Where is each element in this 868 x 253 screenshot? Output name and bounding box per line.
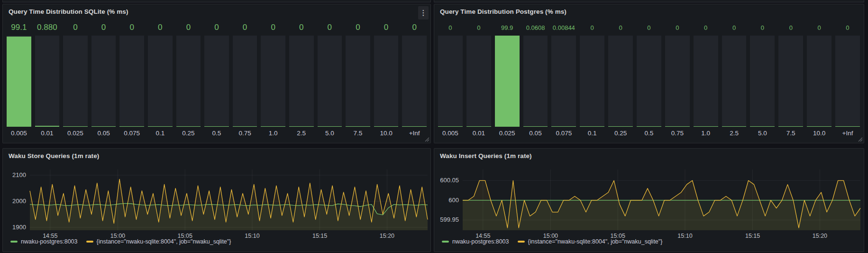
store-queries-plot: 21002000190014:5515:0015:0515:1015:1515:… <box>3 149 430 252</box>
bar-gauge-column: 01.0 <box>694 19 718 139</box>
bar-gauge-column: 00.5 <box>204 19 229 139</box>
bar-gauge-column: 00.25 <box>608 19 633 139</box>
bar-fill <box>665 126 690 127</box>
bar-category-label: 0.05 <box>91 127 116 139</box>
bar-value-label: 0 <box>438 19 463 36</box>
bar-track <box>204 36 229 127</box>
bar-category-label: 0.5 <box>637 127 661 139</box>
bar-gauge-column: 02.5 <box>289 19 314 139</box>
bar-track <box>665 36 690 127</box>
bar-track <box>438 36 463 127</box>
bar-category-label: 0.25 <box>176 127 201 139</box>
bar-gauge-column: 99.90.025 <box>495 19 520 139</box>
bar-gauge-column: 00.75 <box>665 19 690 139</box>
bar-value-label: 0 <box>835 19 860 36</box>
legend-label: nwaku-postgres:8003 <box>452 238 509 245</box>
bar-gauge-column: 00.01 <box>466 19 491 139</box>
legend-item[interactable]: {instance="nwaku-sqlite:8004", job="nwak… <box>86 238 231 245</box>
bar-category-label: 10.0 <box>374 127 399 139</box>
bar-value-label: 99.9 <box>495 19 520 36</box>
bar-value-label: 0 <box>750 19 775 36</box>
bar-value-label: 0 <box>402 19 427 36</box>
bar-fill <box>233 126 257 127</box>
bar-gauge-column: 0+Inf <box>402 19 427 139</box>
bar-gauge-sqlite: 99.10.0050.8800.0100.02500.0500.07500.10… <box>7 19 427 139</box>
previous-row-panel-edge <box>2 0 431 2</box>
bar-category-label: 0.5 <box>204 127 229 139</box>
legend-item[interactable]: nwaku-postgres:8003 <box>442 238 509 245</box>
legend-item[interactable]: {instance="nwaku-sqlite:8004", job="nwak… <box>518 238 663 245</box>
bar-value-label: 0 <box>261 19 285 36</box>
kebab-menu-icon[interactable]: ⋮ <box>418 6 429 19</box>
bar-gauge-postgres: 00.00500.0199.90.0250.06080.050.008440.0… <box>438 19 860 139</box>
bar-fill <box>402 126 427 127</box>
y-axis-tick-label: 599.95 <box>440 216 459 223</box>
bar-category-label: 0.005 <box>438 127 463 139</box>
panel-resize-handle[interactable] <box>425 137 429 142</box>
bar-gauge-column: 00.5 <box>637 19 661 139</box>
bar-fill <box>261 126 285 127</box>
bar-category-label: 0.25 <box>608 127 633 139</box>
bar-category-label: 0.075 <box>551 127 576 139</box>
bar-category-label: 0.1 <box>580 127 604 139</box>
bar-gauge-column: 07.5 <box>778 19 803 139</box>
bar-value-label: 0 <box>778 19 803 36</box>
bar-category-label: 0.1 <box>148 127 173 139</box>
bar-value-label: 0 <box>580 19 604 36</box>
bar-fill <box>119 126 144 127</box>
bar-fill <box>608 126 633 127</box>
bar-track <box>807 36 831 127</box>
bar-category-label: 0.025 <box>63 127 88 139</box>
bar-category-label: +Inf <box>402 127 427 139</box>
y-axis-tick-label: 2100 <box>12 171 26 178</box>
insert-queries-plot: 600.05600599.9514:5515:0015:0515:1015:15… <box>434 149 864 252</box>
bar-category-label: 5.0 <box>318 127 342 139</box>
bar-fill <box>523 126 548 127</box>
x-axis-tick-label: 15:20 <box>813 233 827 239</box>
bar-category-label: 0.01 <box>35 127 60 139</box>
bar-category-label: 1.0 <box>694 127 718 139</box>
dashboard: { "colors": { "green": "#73BF69", "yello… <box>0 0 868 253</box>
bar-value-label: 0 <box>233 19 257 36</box>
panel-header: Query Time Distribution SQLite (% ms) ⋮ <box>3 4 430 19</box>
bar-value-label: 0 <box>807 19 831 36</box>
bar-fill <box>807 126 831 127</box>
bar-track <box>346 36 370 127</box>
bar-fill <box>374 126 399 127</box>
legend-label: {instance="nwaku-sqlite:8004", job="nwak… <box>528 238 663 245</box>
bar-category-label: 7.5 <box>346 127 370 139</box>
bar-fill <box>637 126 661 127</box>
bar-fill <box>318 126 342 127</box>
bar-gauge-column: 0.8800.01 <box>35 19 60 139</box>
bar-value-label: 0 <box>289 19 314 36</box>
panel-header: Query Time Distribution Postgres (% ms) <box>434 4 864 19</box>
time-series-canvas: 600.05600599.9514:5515:0015:0515:1015:15… <box>434 149 864 252</box>
bar-value-label: 0 <box>637 19 661 36</box>
bar-track <box>523 36 548 127</box>
legend-item[interactable]: nwaku-postgres:8003 <box>10 238 78 245</box>
legend-swatch-icon <box>86 241 93 243</box>
bar-track <box>119 36 144 127</box>
bar-track <box>551 36 576 127</box>
bar-category-label: +Inf <box>835 127 860 139</box>
bar-category-label: 10.0 <box>807 127 831 139</box>
bar-gauge-column: 07.5 <box>346 19 370 139</box>
panel-resize-handle[interactable] <box>858 137 863 142</box>
panel-title[interactable]: Query Time Distribution Postgres (% ms) <box>440 8 566 15</box>
bar-fill <box>438 126 463 127</box>
bar-value-label: 0.0608 <box>523 19 548 36</box>
bar-value-label: 99.1 <box>7 19 31 36</box>
bar-track <box>233 36 257 127</box>
bar-fill <box>204 126 229 127</box>
bar-track <box>608 36 633 127</box>
bar-category-label: 1.0 <box>261 127 285 139</box>
bar-track <box>694 36 718 127</box>
bar-track <box>91 36 116 127</box>
bar-gauge-column: 02.5 <box>722 19 747 139</box>
panel-title[interactable]: Query Time Distribution SQLite (% ms) <box>9 8 128 15</box>
bar-gauge-column: 01.0 <box>261 19 285 139</box>
bar-gauge-column: 00.005 <box>438 19 463 139</box>
legend-label: {instance="nwaku-sqlite:8004", job="nwak… <box>97 238 231 245</box>
bar-gauge-column: 99.10.005 <box>7 19 31 139</box>
bar-fill <box>289 126 314 127</box>
